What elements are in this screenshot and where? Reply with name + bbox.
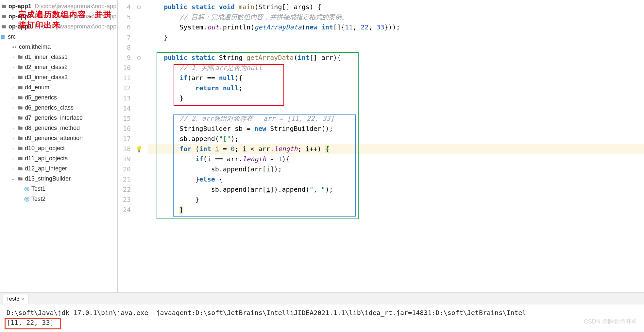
console-line: [11, 22, 33]: [7, 318, 637, 327]
annotation-box-red: [174, 64, 284, 106]
line-number: 20: [118, 164, 134, 174]
chevron-right-icon[interactable]: ›: [10, 166, 16, 171]
chevron-right-icon[interactable]: ›: [10, 116, 16, 120]
line-number: 8: [118, 43, 134, 53]
run-gutter-icon[interactable]: ▶: [122, 0, 124, 1]
line-number: 14: [118, 103, 134, 114]
chevron-right-icon[interactable]: ›: [10, 156, 16, 161]
run-tool-window[interactable]: Test3 × D:\soft\Java\jdk-17.0.1\bin\java…: [0, 292, 644, 332]
src-icon: [1, 35, 5, 39]
chevron-right-icon[interactable]: ›: [10, 136, 16, 141]
chevron-right-icon[interactable]: ›: [10, 55, 16, 60]
folder-icon: [17, 64, 24, 71]
chevron-right-icon[interactable]: ›: [10, 65, 16, 70]
line-number: 5: [118, 12, 134, 22]
line-number: 18: [118, 144, 134, 154]
line-number: 9: [118, 53, 134, 63]
folder-label: d4_enum: [25, 84, 49, 91]
tree-folder[interactable]: ›d7_generics_interface: [0, 113, 117, 123]
code-line[interactable]: // 目标：完成遍历数组内容，并拼接成指定格式的案例。: [148, 12, 644, 22]
folder-label: d9_generics_attention: [25, 135, 83, 142]
console-tab-label: Test3: [6, 296, 20, 302]
line-number: 19: [118, 154, 134, 164]
module-path: D:\code\javasepromax\oop-app: [35, 13, 116, 20]
line-number: 23: [118, 195, 134, 205]
console-output[interactable]: D:\soft\Java\jdk-17.0.1\bin\java.exe -ja…: [0, 305, 644, 332]
tree-folder[interactable]: ›d11_api_objects: [0, 153, 117, 164]
folder-icon: [17, 105, 24, 111]
project-tree[interactable]: op-app1D:\code\javasepromax\oop-appop-ap…: [0, 0, 118, 292]
folder-icon: [17, 176, 24, 182]
tree-src[interactable]: src: [0, 32, 117, 42]
chevron-right-icon[interactable]: ›: [10, 96, 16, 100]
tree-folder[interactable]: ›d8_generics_method: [0, 123, 117, 133]
module-name: op-app1: [8, 3, 31, 10]
fold-toggle[interactable]: [137, 56, 141, 60]
tree-folder[interactable]: ›d4_enum: [0, 82, 117, 93]
folder-label: d1_inner_class1: [25, 54, 68, 61]
class-icon: C: [24, 186, 30, 192]
chevron-down-icon[interactable]: ⌄: [10, 177, 16, 181]
folder-icon: [17, 115, 24, 121]
module-icon: [1, 13, 7, 20]
tree-class-file[interactable]: CTest1: [0, 184, 117, 194]
folder-label: d6_generics_class: [25, 104, 74, 111]
tree-folder[interactable]: ›d10_api_object: [0, 143, 117, 153]
folder-icon: [17, 54, 24, 61]
tree-folder[interactable]: ›d1_inner_class1: [0, 52, 117, 62]
tree-module[interactable]: op-app3D:\code\javasepromax\oop-app: [0, 22, 117, 32]
chevron-right-icon[interactable]: ›: [10, 126, 16, 131]
code-line[interactable]: System.out.println(getArrayData(new int[…: [148, 22, 644, 32]
line-number: 6: [118, 22, 134, 32]
folder-label: d2_inner_class2: [25, 64, 68, 71]
folder-label: d8_generics_method: [25, 125, 80, 131]
svg-text:C: C: [26, 187, 28, 191]
chevron-right-icon[interactable]: ›: [10, 106, 16, 110]
editor-gutter: 456789101112131415161718192021222324 💡: [118, 0, 144, 292]
intention-bulb-icon[interactable]: 💡: [135, 146, 143, 152]
tree-module[interactable]: op-app2D:\code\javasepromax\oop-app: [0, 11, 117, 22]
tree-module[interactable]: op-app1D:\code\javasepromax\oop-app: [0, 1, 117, 11]
src-label: src: [8, 33, 16, 40]
module-name: op-app2: [8, 13, 31, 20]
tree-package[interactable]: com.itheima: [0, 42, 117, 52]
tree-folder[interactable]: ›d3_inner_class3: [0, 72, 117, 82]
tree-folder[interactable]: ›d12_api_integer: [0, 164, 117, 174]
line-number: 24: [118, 205, 134, 215]
fold-toggle[interactable]: [137, 6, 141, 9]
chevron-right-icon[interactable]: ›: [10, 146, 16, 151]
code-line[interactable]: }: [148, 32, 644, 43]
code-editor[interactable]: ▶ 456789101112131415161718192021222324 💡…: [118, 0, 644, 292]
module-path: D:\code\javasepromax\oop-app: [35, 23, 116, 30]
tree-folder[interactable]: ›d9_generics_attention: [0, 133, 117, 143]
class-label: Test2: [31, 196, 45, 202]
console-tab[interactable]: Test3 ×: [3, 294, 28, 304]
chevron-right-icon[interactable]: ›: [10, 75, 16, 80]
tree-folder[interactable]: ›d2_inner_class2: [0, 62, 117, 72]
console-tabbar: Test3 ×: [0, 293, 644, 305]
folder-label: d3_inner_class3: [25, 74, 68, 81]
svg-text:C: C: [26, 198, 28, 201]
close-icon[interactable]: ×: [22, 296, 25, 302]
tree-folder[interactable]: ⌄d13_stringBuilder: [0, 174, 117, 184]
module-path: D:\code\javasepromax\oop-app: [35, 3, 116, 10]
line-number: 7: [118, 32, 134, 43]
folder-icon: [17, 84, 24, 91]
tree-folder[interactable]: ›d5_generics: [0, 93, 117, 103]
folder-icon: [17, 74, 24, 81]
chevron-right-icon[interactable]: ›: [10, 85, 16, 90]
annotation-box-blue: [173, 114, 356, 217]
module-icon: [1, 3, 7, 10]
folder-icon: [17, 135, 24, 142]
class-icon: C: [24, 196, 30, 202]
line-number: 4: [118, 2, 134, 12]
folder-label: d12_api_integer: [25, 165, 67, 172]
code-line[interactable]: [148, 43, 644, 53]
class-label: Test1: [31, 185, 45, 192]
folder-icon: [17, 125, 24, 131]
tree-class-file[interactable]: CTest2: [0, 194, 117, 204]
tree-folder[interactable]: ›d6_generics_class: [0, 103, 117, 113]
code-line[interactable]: public static void main(String[] args) {: [148, 2, 644, 12]
svg-point-0: [12, 46, 14, 48]
folder-icon: [17, 145, 24, 152]
